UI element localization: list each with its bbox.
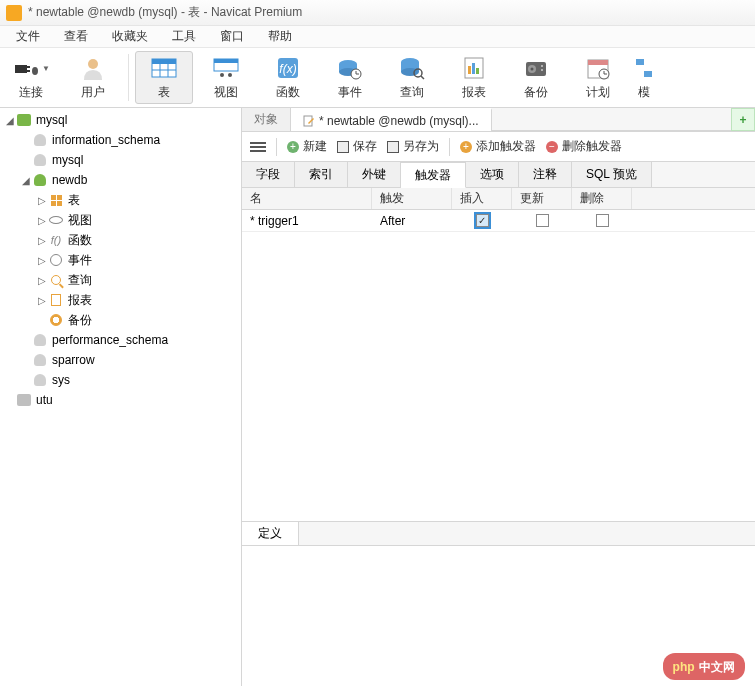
expand-icon[interactable]: ▷ <box>36 295 48 306</box>
tree-label: 视图 <box>68 212 92 229</box>
cell-insert[interactable]: ✓ <box>452 214 512 227</box>
col-update[interactable]: 更新 <box>512 188 572 209</box>
tree-label: 查询 <box>68 272 92 289</box>
tab-label: * newtable @newdb (mysql)... <box>319 114 479 128</box>
trigger-row[interactable]: * trigger1 After ✓ <box>242 210 755 232</box>
new-button[interactable]: +新建 <box>287 138 327 155</box>
subtab-comment[interactable]: 注释 <box>519 162 572 187</box>
saveas-button[interactable]: 另存为 <box>387 138 439 155</box>
sidebar: ◢mysql information_schema mysql ◢newdb ▷… <box>0 108 242 686</box>
db-sparrow[interactable]: sparrow <box>0 350 241 370</box>
delete-trigger-button[interactable]: −删除触发器 <box>546 138 622 155</box>
views-icon <box>49 216 63 224</box>
cell-update[interactable] <box>512 214 572 227</box>
expand-icon[interactable]: ▷ <box>36 275 48 286</box>
expand-icon[interactable]: ▷ <box>36 255 48 266</box>
svg-point-34 <box>541 65 543 67</box>
node-tables[interactable]: ▷表 <box>0 190 241 210</box>
editor-tabstrip: 对象 * newtable @newdb (mysql)... + <box>242 108 755 132</box>
menu-toggle-button[interactable] <box>250 142 266 152</box>
save-button[interactable]: 保存 <box>337 138 377 155</box>
toolbar-backup[interactable]: 备份 <box>505 48 567 107</box>
expand-icon[interactable]: ▷ <box>36 195 48 206</box>
node-backups[interactable]: 备份 <box>0 310 241 330</box>
toolbar-view[interactable]: 视图 <box>195 48 257 107</box>
svg-rect-37 <box>588 60 608 65</box>
toolbar-user[interactable]: 用户 <box>62 48 124 107</box>
node-functions[interactable]: ▷f()函数 <box>0 230 241 250</box>
tree-label: 函数 <box>68 232 92 249</box>
subtab-options[interactable]: 选项 <box>466 162 519 187</box>
menu-tools[interactable]: 工具 <box>160 26 208 47</box>
expand-icon[interactable]: ▷ <box>36 215 48 226</box>
main-toolbar: ▼ 连接 用户 表 视图 f(x) 函数 事件 查询 报表 备份 计划 模 <box>0 48 755 108</box>
col-insert[interactable]: 插入 <box>452 188 512 209</box>
toolbar-schedule-label: 计划 <box>586 84 610 101</box>
checkbox-icon[interactable] <box>536 214 549 227</box>
menu-help[interactable]: 帮助 <box>256 26 304 47</box>
toolbar-report-label: 报表 <box>462 84 486 101</box>
tab-label: 对象 <box>254 111 278 128</box>
cell-delete[interactable] <box>572 214 632 227</box>
report-icon <box>460 54 488 82</box>
db-information-schema[interactable]: information_schema <box>0 130 241 150</box>
checkbox-checked-icon[interactable]: ✓ <box>476 214 489 227</box>
definition-tab[interactable]: 定义 <box>242 522 299 545</box>
collapse-icon[interactable]: ◢ <box>4 115 16 126</box>
menu-window[interactable]: 窗口 <box>208 26 256 47</box>
subtab-triggers[interactable]: 触发器 <box>401 162 466 188</box>
toolbar-backup-label: 备份 <box>524 84 548 101</box>
tab-add-button[interactable]: + <box>731 108 755 131</box>
tab-objects[interactable]: 对象 <box>242 108 291 131</box>
backup-icon <box>522 54 550 82</box>
menu-file[interactable]: 文件 <box>4 26 52 47</box>
toolbar-report[interactable]: 报表 <box>443 48 505 107</box>
toolbar-query[interactable]: 查询 <box>381 48 443 107</box>
toolbar-schedule[interactable]: 计划 <box>567 48 629 107</box>
col-name[interactable]: 名 <box>242 188 372 209</box>
plug-icon <box>12 54 40 82</box>
tree-label: newdb <box>52 173 87 187</box>
view-icon <box>212 54 240 82</box>
cell-fire[interactable]: After <box>372 214 452 228</box>
checkbox-icon[interactable] <box>596 214 609 227</box>
db-performance-schema[interactable]: performance_schema <box>0 330 241 350</box>
toolbar-connect[interactable]: ▼ 连接 <box>0 48 62 107</box>
col-delete[interactable]: 删除 <box>572 188 632 209</box>
node-queries[interactable]: ▷查询 <box>0 270 241 290</box>
conn-mysql[interactable]: ◢mysql <box>0 110 241 130</box>
db-mysql[interactable]: mysql <box>0 150 241 170</box>
add-trigger-button[interactable]: +添加触发器 <box>460 138 536 155</box>
toolbar-model[interactable]: 模 <box>629 48 659 107</box>
svg-rect-42 <box>644 71 652 77</box>
cell-name[interactable]: * trigger1 <box>242 214 372 228</box>
subtab-fields[interactable]: 字段 <box>242 162 295 187</box>
subtab-sql[interactable]: SQL 预览 <box>572 162 652 187</box>
svg-point-35 <box>541 69 543 71</box>
svg-rect-29 <box>472 63 475 74</box>
trigger-grid-body[interactable]: * trigger1 After ✓ <box>242 210 755 521</box>
toolbar-event[interactable]: 事件 <box>319 48 381 107</box>
action-bar: +新建 保存 另存为 +添加触发器 −删除触发器 <box>242 132 755 162</box>
titlebar: * newtable @newdb (mysql) - 表 - Navicat … <box>0 0 755 26</box>
menu-favorites[interactable]: 收藏夹 <box>100 26 160 47</box>
toolbar-table[interactable]: 表 <box>135 51 193 104</box>
plus-icon: + <box>287 141 299 153</box>
node-reports[interactable]: ▷报表 <box>0 290 241 310</box>
tab-editor[interactable]: * newtable @newdb (mysql)... <box>291 108 492 131</box>
menu-view[interactable]: 查看 <box>52 26 100 47</box>
db-sys[interactable]: sys <box>0 370 241 390</box>
col-fire[interactable]: 触发 <box>372 188 452 209</box>
subtab-fk[interactable]: 外键 <box>348 162 401 187</box>
svg-rect-30 <box>476 68 479 74</box>
node-events[interactable]: ▷事件 <box>0 250 241 270</box>
toolbar-function[interactable]: f(x) 函数 <box>257 48 319 107</box>
collapse-icon[interactable]: ◢ <box>20 175 32 186</box>
conn-utu[interactable]: utu <box>0 390 241 410</box>
toolbar-user-label: 用户 <box>81 84 105 101</box>
definition-tabs: 定义 <box>242 522 755 546</box>
expand-icon[interactable]: ▷ <box>36 235 48 246</box>
node-views[interactable]: ▷视图 <box>0 210 241 230</box>
db-newdb[interactable]: ◢newdb <box>0 170 241 190</box>
subtab-indexes[interactable]: 索引 <box>295 162 348 187</box>
